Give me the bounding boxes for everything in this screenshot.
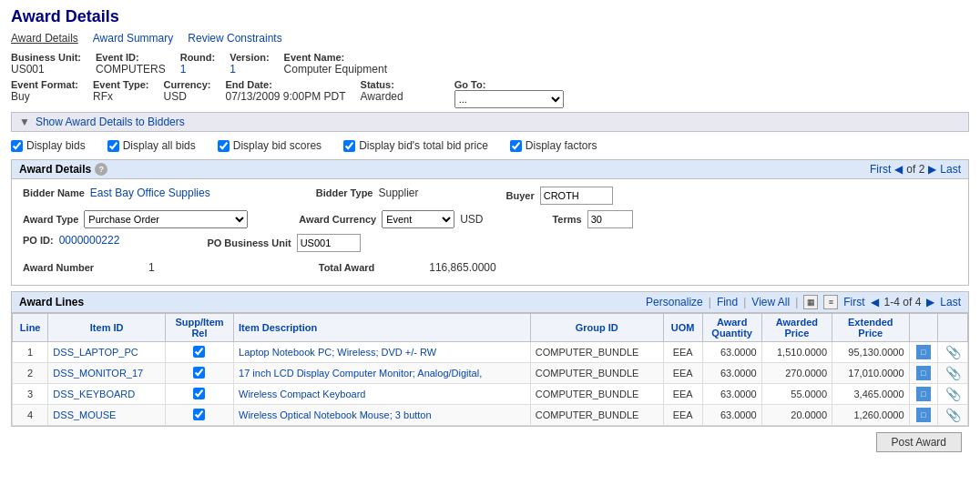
show-award-link[interactable]: Show Award Details to Bidders bbox=[36, 116, 185, 128]
cell-award-quantity: 63.0000 bbox=[702, 405, 761, 426]
award-type-select[interactable]: Purchase Order bbox=[84, 210, 248, 228]
attach-icon[interactable]: 📎 bbox=[945, 387, 961, 401]
total-award-label: Total Award bbox=[319, 262, 375, 273]
award-details-pagination: First ◀ of 2 ▶ Last bbox=[870, 163, 961, 176]
grid-icon[interactable]: ▦ bbox=[803, 295, 818, 309]
display-total-bid-price-checkbox[interactable] bbox=[343, 140, 355, 152]
attach-icon[interactable]: 📎 bbox=[945, 366, 961, 380]
po-id-value[interactable]: 0000000222 bbox=[59, 234, 120, 247]
supp-item-rel-checkbox[interactable] bbox=[193, 388, 205, 399]
event-name-label: Event Name: bbox=[284, 52, 387, 63]
attach-icon[interactable]: 📎 bbox=[945, 408, 961, 422]
calendar-icon[interactable]: □ bbox=[916, 387, 931, 401]
table-header-row: Line Item ID Supp/ItemRel Item Descripti… bbox=[13, 314, 968, 342]
display-factors-checkbox-label[interactable]: Display factors bbox=[510, 139, 597, 152]
cell-awarded-price: 1,510.0000 bbox=[761, 342, 832, 363]
personalize-link[interactable]: Personalize bbox=[646, 296, 703, 308]
award-number-value: 1 bbox=[148, 261, 155, 274]
last-link[interactable]: Last bbox=[940, 163, 961, 176]
business-unit-field: Business Unit: US001 bbox=[11, 52, 81, 76]
award-details-body: Bidder Name East Bay Office Supplies Bid… bbox=[12, 179, 968, 285]
status-value: Awarded bbox=[361, 90, 403, 103]
award-lines-section: Award Lines Personalize | Find | View Al… bbox=[11, 291, 969, 427]
supp-item-rel-checkbox[interactable] bbox=[193, 409, 205, 420]
calendar-icon[interactable]: □ bbox=[916, 366, 931, 380]
item-id-link[interactable]: DSS_LAPTOP_PC bbox=[53, 347, 138, 358]
display-bids-checkbox-label[interactable]: Display bids bbox=[11, 139, 86, 152]
display-factors-checkbox[interactable] bbox=[510, 140, 522, 152]
bidder-type-field: Bidder Type Supplier bbox=[316, 187, 419, 199]
last-lines-link[interactable]: Last bbox=[940, 296, 961, 308]
list-icon[interactable]: ≡ bbox=[823, 295, 838, 309]
display-all-bids-checkbox[interactable] bbox=[107, 140, 119, 152]
round-value[interactable]: 1 bbox=[180, 63, 215, 76]
attach-icon[interactable]: 📎 bbox=[945, 345, 961, 359]
event-type-label: Event Type: bbox=[93, 79, 149, 90]
supp-item-rel-checkbox[interactable] bbox=[193, 346, 205, 358]
buyer-field: Buyer bbox=[506, 187, 613, 205]
award-currency-label: Award Currency bbox=[299, 214, 376, 225]
post-award-row: Post Award bbox=[11, 427, 969, 458]
display-bid-scores-checkbox[interactable] bbox=[218, 140, 230, 152]
find-link[interactable]: Find bbox=[717, 296, 738, 308]
table-row: 2 DSS_MONITOR_17 17 inch LCD Display Com… bbox=[13, 363, 968, 384]
cell-group-id: COMPUTER_BUNDLE bbox=[530, 384, 663, 405]
item-description-link[interactable]: Wireless Optical Notebook Mouse; 3 butto… bbox=[239, 409, 432, 420]
view-all-link[interactable]: View All bbox=[751, 296, 790, 308]
item-description-link[interactable]: 17 inch LCD Display Computer Monitor; An… bbox=[239, 368, 482, 379]
first-lines-link[interactable]: First bbox=[843, 296, 864, 308]
cell-supp-item-rel bbox=[165, 342, 233, 363]
goto-field: Go To: ... bbox=[454, 79, 564, 108]
goto-select[interactable]: ... bbox=[454, 90, 564, 108]
item-id-link[interactable]: DSS_KEYBOARD bbox=[53, 389, 135, 399]
cell-attach: 📎 bbox=[938, 342, 968, 363]
prev-arrow-icon[interactable]: ◀ bbox=[894, 163, 903, 176]
item-id-link[interactable]: DSS_MOUSE bbox=[53, 409, 116, 420]
display-bids-checkbox[interactable] bbox=[11, 140, 23, 152]
nav-link-award-details[interactable]: Award Details bbox=[11, 32, 78, 45]
help-icon[interactable]: ? bbox=[95, 163, 107, 176]
display-all-bids-checkbox-label[interactable]: Display all bids bbox=[107, 139, 196, 152]
version-value[interactable]: 1 bbox=[230, 63, 269, 76]
col-extended-price: ExtendedPrice bbox=[832, 314, 909, 342]
buyer-input[interactable] bbox=[540, 187, 613, 205]
award-number-label: Award Number bbox=[23, 262, 94, 273]
currency-suffix: USD bbox=[460, 213, 483, 226]
award-number-row: Award Number 1 Total Award 116,865.0000 bbox=[23, 258, 957, 278]
nav-link-review-constraints[interactable]: Review Constraints bbox=[188, 32, 281, 45]
prev-lines-arrow-icon[interactable]: ◀ bbox=[871, 296, 879, 308]
award-currency-select[interactable]: Event bbox=[382, 210, 454, 228]
cell-item-description: 17 inch LCD Display Computer Monitor; An… bbox=[234, 363, 531, 384]
cell-attach: 📎 bbox=[938, 384, 968, 405]
event-name-value: Computer Equipment bbox=[284, 63, 387, 76]
col-award-quantity: AwardQuantity bbox=[702, 314, 761, 342]
nav-links: Award Details Award Summary Review Const… bbox=[11, 32, 969, 45]
business-unit-label: Business Unit: bbox=[11, 52, 81, 63]
calendar-icon[interactable]: □ bbox=[916, 345, 931, 359]
display-total-bid-price-checkbox-label[interactable]: Display bid's total bid price bbox=[343, 139, 488, 152]
next-lines-arrow-icon[interactable]: ▶ bbox=[926, 296, 934, 308]
terms-input[interactable] bbox=[587, 210, 633, 228]
currency-label: Currency: bbox=[164, 79, 211, 90]
cell-extended-price: 3,465.0000 bbox=[832, 384, 909, 405]
next-arrow-icon[interactable]: ▶ bbox=[928, 163, 936, 176]
bidder-name-value[interactable]: East Bay Office Supplies bbox=[90, 187, 210, 199]
business-unit-value: US001 bbox=[11, 63, 81, 76]
item-id-link[interactable]: DSS_MONITOR_17 bbox=[53, 368, 143, 379]
col-line: Line bbox=[13, 314, 48, 342]
show-award-bar[interactable]: ▼ Show Award Details to Bidders bbox=[11, 112, 969, 132]
calendar-icon[interactable]: □ bbox=[916, 408, 931, 422]
item-description-link[interactable]: Laptop Notebook PC; Wireless; DVD +/- RW bbox=[239, 347, 436, 358]
first-link[interactable]: First bbox=[870, 163, 891, 176]
supp-item-rel-checkbox[interactable] bbox=[193, 367, 205, 379]
nav-link-award-summary[interactable]: Award Summary bbox=[93, 32, 173, 45]
cell-attach: 📎 bbox=[938, 405, 968, 426]
table-row: 3 DSS_KEYBOARD Wireless Compact Keyboard… bbox=[13, 384, 968, 405]
post-award-button[interactable]: Post Award bbox=[876, 432, 962, 452]
table-row: 4 DSS_MOUSE Wireless Optical Notebook Mo… bbox=[13, 405, 968, 426]
cell-supp-item-rel bbox=[165, 363, 233, 384]
item-description-link[interactable]: Wireless Compact Keyboard bbox=[239, 389, 365, 399]
end-date-value: 07/13/2009 9:00PM PDT bbox=[225, 90, 345, 103]
po-business-unit-input[interactable] bbox=[297, 234, 361, 252]
display-bid-scores-checkbox-label[interactable]: Display bid scores bbox=[218, 139, 322, 152]
